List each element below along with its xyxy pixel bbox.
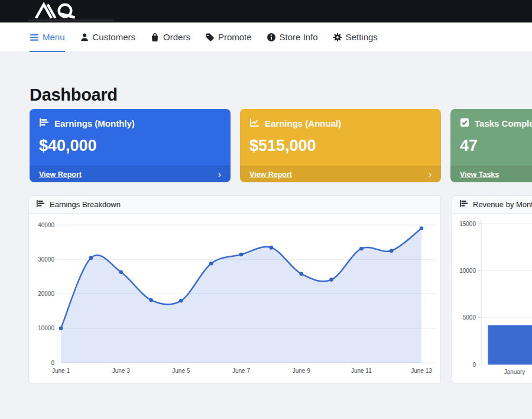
svg-text:0: 0 bbox=[472, 362, 476, 368]
svg-text:40000: 40000 bbox=[38, 222, 54, 228]
chevron-right-icon[interactable]: › bbox=[429, 170, 432, 179]
bar-chart-icon bbox=[459, 199, 468, 210]
stat-cards-row: Earnings (Monthly) $40,000 View Report ›… bbox=[30, 109, 532, 182]
svg-text:20000: 20000 bbox=[38, 291, 54, 297]
info-circle-icon bbox=[267, 33, 276, 42]
nav-item-label: Settings bbox=[346, 32, 378, 42]
panel-header: Earnings Breakdown bbox=[29, 196, 440, 214]
stat-card-tasks-completed: Tasks Completed 47 View Tasks › bbox=[450, 109, 532, 182]
person-icon bbox=[80, 33, 89, 42]
earnings-area-chart[interactable]: 010000200003000040000June 1June 3June 5J… bbox=[29, 214, 440, 383]
stat-card-title: Earnings (Monthly) bbox=[54, 118, 135, 128]
panel-title: Earnings Breakdown bbox=[50, 200, 121, 209]
revenue-by-month-panel: Revenue by Month 050001000015000January bbox=[452, 195, 532, 383]
stat-card-value: $515,000 bbox=[240, 137, 441, 155]
view-report-link[interactable]: View Report bbox=[249, 170, 292, 179]
svg-text:0: 0 bbox=[51, 360, 54, 366]
nav-item-label: Menu bbox=[43, 32, 65, 42]
svg-text:June 5: June 5 bbox=[172, 368, 190, 374]
svg-text:June 9: June 9 bbox=[293, 368, 310, 374]
svg-text:June 11: June 11 bbox=[351, 368, 372, 374]
stat-card-value: 47 bbox=[450, 137, 532, 155]
checkbox-icon bbox=[460, 118, 469, 129]
svg-text:June 13: June 13 bbox=[411, 368, 432, 374]
svg-text:5000: 5000 bbox=[463, 314, 476, 321]
bar-chart-horizontal-icon bbox=[39, 118, 49, 129]
stat-card-header: Tasks Completed bbox=[450, 109, 532, 129]
svg-text:June 7: June 7 bbox=[232, 368, 250, 374]
svg-text:30000: 30000 bbox=[38, 256, 54, 263]
hamburger-icon bbox=[30, 33, 39, 41]
revenue-bar-chart[interactable]: 050001000015000January bbox=[452, 214, 532, 383]
stat-card-value: $40,000 bbox=[30, 137, 231, 155]
stat-card-footer[interactable]: View Tasks › bbox=[450, 166, 532, 182]
nav-item-orders[interactable]: Orders bbox=[150, 22, 190, 51]
view-tasks-link[interactable]: View Tasks bbox=[460, 170, 499, 179]
stat-card-footer[interactable]: View Report › bbox=[240, 166, 441, 182]
svg-text:15000: 15000 bbox=[459, 221, 476, 227]
main-nav: Menu Customers Orders Promote Store Info… bbox=[0, 22, 532, 52]
gear-icon bbox=[333, 33, 342, 42]
shopping-bag-icon bbox=[150, 33, 160, 42]
panel-title: Revenue by Month bbox=[473, 200, 532, 209]
view-report-link[interactable]: View Report bbox=[39, 170, 82, 179]
nav-item-promote[interactable]: Promote bbox=[205, 22, 252, 51]
svg-text:January: January bbox=[504, 369, 525, 375]
logo-underline-strip bbox=[28, 20, 114, 21]
svg-text:10000: 10000 bbox=[38, 325, 54, 331]
line-chart-icon bbox=[249, 118, 259, 129]
earnings-breakdown-panel: Earnings Breakdown 010000200003000040000… bbox=[28, 195, 441, 383]
page-title: Dashboard bbox=[30, 85, 118, 105]
nav-item-label: Store Info bbox=[280, 32, 318, 42]
svg-text:June 1: June 1 bbox=[52, 368, 70, 374]
chevron-right-icon[interactable]: › bbox=[218, 170, 221, 179]
nav-item-settings[interactable]: Settings bbox=[333, 22, 378, 51]
panel-header: Revenue by Month bbox=[452, 196, 532, 214]
stat-card-earnings-monthly: Earnings (Monthly) $40,000 View Report › bbox=[30, 109, 231, 182]
brand-logo[interactable] bbox=[28, 2, 87, 20]
stat-card-header: Earnings (Annual) bbox=[240, 109, 441, 129]
nav-item-label: Orders bbox=[163, 32, 190, 42]
tag-icon bbox=[205, 33, 215, 42]
nav-item-store-info[interactable]: Store Info bbox=[267, 22, 318, 51]
stat-card-earnings-annual: Earnings (Annual) $515,000 View Report › bbox=[240, 109, 441, 182]
nav-item-customers[interactable]: Customers bbox=[80, 22, 136, 51]
stat-card-title: Earnings (Annual) bbox=[265, 118, 341, 128]
bar-chart-icon bbox=[36, 199, 45, 210]
stat-card-title: Tasks Completed bbox=[475, 118, 532, 128]
svg-text:June 3: June 3 bbox=[112, 368, 130, 374]
nav-item-label: Promote bbox=[218, 32, 252, 42]
stat-card-footer[interactable]: View Report › bbox=[30, 166, 231, 182]
nav-item-menu[interactable]: Menu bbox=[30, 22, 65, 51]
svg-text:10000: 10000 bbox=[459, 267, 476, 274]
nav-item-label: Customers bbox=[93, 32, 136, 42]
stat-card-header: Earnings (Monthly) bbox=[30, 109, 231, 129]
top-bar bbox=[0, 0, 532, 22]
